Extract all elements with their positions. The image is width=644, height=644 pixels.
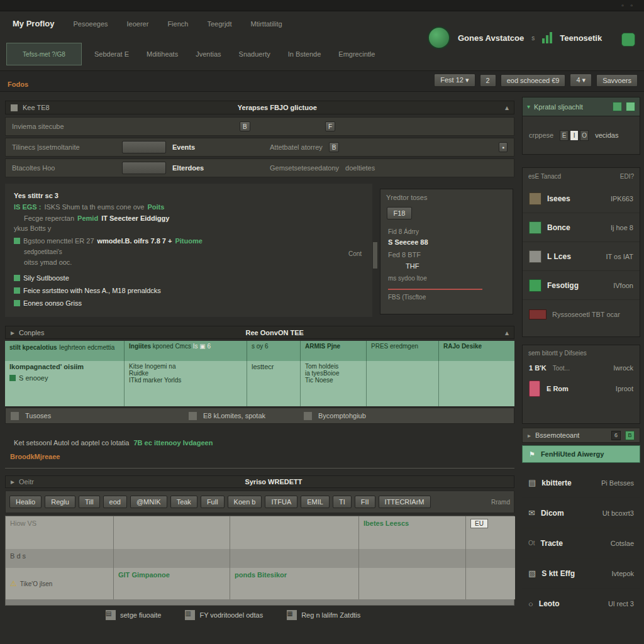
menu-item-1[interactable]: Pesoeeges <box>73 20 108 28</box>
fodos-link[interactable]: Fodos <box>8 80 28 88</box>
sidebar-list-item[interactable]: ✉ Dicom Ut bcoxrt3 <box>522 498 640 528</box>
th-ingiites[interactable]: Ingiites kponed Cmcs Is ▣ 6 <box>125 341 247 361</box>
th-armis[interactable]: ARMIS Pjne <box>301 341 367 361</box>
sidebar-list-item[interactable]: ▧ S ktt Effg Ivtepok <box>522 558 640 589</box>
stepper-o[interactable]: O <box>580 130 589 141</box>
panel3-row-1[interactable]: 1 B'K Toot... Iwrock <box>523 357 640 372</box>
nav-item-2[interactable]: Jventias <box>196 50 221 58</box>
syriso-btn-emil[interactable]: EMIL <box>301 496 330 508</box>
footer-bycom[interactable]: Bycomptohgiub <box>318 412 366 419</box>
stepper-e[interactable]: E <box>560 130 569 141</box>
sidebar-highlight-row[interactable]: ⚑ FenHiUted Aiwergy <box>522 445 640 463</box>
form-row1-btn2[interactable]: F <box>325 121 335 131</box>
menu-item-3[interactable]: Fiench <box>167 20 188 28</box>
th-soy[interactable]: s oy 6 <box>247 341 301 361</box>
syriso-btn-teak[interactable]: Teak <box>170 496 197 508</box>
eod-button[interactable]: eod schoeced €9 <box>501 74 566 87</box>
window-controls[interactable]: ▫ ▫ <box>621 2 635 9</box>
log-scrollbar[interactable] <box>372 242 378 269</box>
syriso-btn-full[interactable]: Full <box>201 496 225 508</box>
syriso-table-row-2[interactable]: B d s <box>6 549 515 568</box>
syriso-btn-eod[interactable]: eod <box>103 496 127 508</box>
app-green-icon[interactable] <box>621 33 635 47</box>
resource-row[interactable]: Bonce Ij hoe 8 <box>523 213 640 242</box>
syriso-btn-ti[interactable]: TI <box>333 496 352 508</box>
footer-action-3[interactable]: ▦ Reg n lalifm Zatdtis <box>287 610 360 620</box>
syriso-table-row-1[interactable]: Hiow VS Ibetes Leescs EU <box>6 516 515 549</box>
account-name[interactable]: Gones Avstatcoe <box>458 33 524 43</box>
form-row2-button[interactable] <box>122 141 166 153</box>
fest-dropdown[interactable]: Fest 12 ▾ <box>434 74 475 87</box>
footer-action-1[interactable]: ▤ setge fiuoaite <box>106 610 161 620</box>
form-row2-mini-button[interactable]: B <box>329 142 340 152</box>
syriso-table-row-3[interactable]: ⚠ Tike'O jlsen GIT Gimpaonoe ponds Bites… <box>6 568 515 599</box>
panel3-row-2[interactable]: E Rom Iproot <box>523 372 640 397</box>
syriso-table: Hiow VS Ibetes Leescs EU B d s ⚠ Tike'O … <box>5 516 514 606</box>
panel2-edit-link[interactable]: EDI? <box>620 173 634 180</box>
page-button[interactable]: 2 <box>480 74 496 87</box>
sidebar-list-item[interactable]: ▤ kbitterte Pi Betsses <box>522 468 640 498</box>
syriso-btn-fii[interactable]: FII <box>355 496 375 508</box>
syriso-rramd[interactable]: Rramd <box>491 499 510 506</box>
savvoers-button[interactable]: Savvoers <box>596 74 638 87</box>
footer-klomites[interactable]: E8 kLomites, spotak <box>203 412 297 419</box>
nav-item-5[interactable]: Emgrecintle <box>338 50 375 58</box>
panel1-stepper[interactable]: E I O <box>560 130 589 141</box>
panel1-title: Kpratal sljoachlt <box>534 103 583 111</box>
syriso-btn-reglu[interactable]: Reglu <box>45 496 75 508</box>
panel1-grid-icon[interactable] <box>613 102 622 111</box>
creator-f18-button[interactable]: F18 <box>387 207 412 219</box>
form-row2-end-icon[interactable]: ▪ <box>499 142 508 152</box>
menu-item-profile[interactable]: My Profloy <box>13 19 54 28</box>
resource-row[interactable]: Ryssoseoetl TBT ocar <box>523 300 640 329</box>
menu-item-4[interactable]: Teegrjdt <box>207 20 231 28</box>
num-dropdown[interactable]: 4 ▾ <box>570 74 592 87</box>
form-row3-button[interactable] <box>122 162 166 174</box>
syriso-btn-itfua[interactable]: ITFUA <box>265 496 297 508</box>
resource-row[interactable]: Fesotigg IVfoon <box>523 271 640 300</box>
sidebar-list-item[interactable]: Ot Tracte Cotslae <box>522 528 640 558</box>
th-spec[interactable]: stilt kpecalotius Ieghrteon edcmettia <box>5 341 125 361</box>
circle-icon: ○ <box>528 599 533 609</box>
conples-label[interactable]: Conples <box>19 329 44 336</box>
syriso-btn-ittecriarm[interactable]: ITTECRIArM <box>379 496 431 508</box>
menu-item-2[interactable]: Ieoerer <box>127 20 149 28</box>
syriso-btn-koenb[interactable]: Koen b <box>228 496 262 508</box>
report-tab-label[interactable]: Kee TE8 <box>23 104 50 111</box>
conples-collapse-icon[interactable]: ▴ <box>505 328 509 337</box>
syriso-btn-till[interactable]: Till <box>79 496 100 508</box>
th-rajo[interactable]: RAJo Desike <box>439 341 514 361</box>
resource-row[interactable]: L Lces IT os IAT <box>523 242 640 271</box>
panel1-box-icon[interactable] <box>626 102 635 111</box>
menu-item-5[interactable]: Mtirttatilitg <box>251 20 282 28</box>
syriso-btn-healio[interactable]: Healio <box>9 496 42 508</box>
footer-action-2[interactable]: ▥ FY vodritoodel odtas <box>185 610 263 620</box>
footer-tusoses[interactable]: Tusoses <box>25 412 182 419</box>
sidebar-tab[interactable]: ▸ Bssemoteoant 6 B <box>522 428 640 443</box>
report-collapse-icon[interactable]: ▴ <box>505 103 509 112</box>
resource-row[interactable]: Iseees IPK663 <box>523 184 640 213</box>
stats-bars-icon[interactable] <box>542 32 552 43</box>
nav-item-4[interactable]: In Bstende <box>288 50 321 58</box>
th-pres[interactable]: PRES eredmgen <box>367 341 439 361</box>
tab-count-badge[interactable]: 6 <box>611 431 621 440</box>
panel1-label2[interactable]: vecidas <box>595 131 618 139</box>
nav-item-0[interactable]: Sebderat E <box>94 50 129 58</box>
stepper-i[interactable]: I <box>570 130 579 141</box>
form-row1-btn1[interactable]: B <box>240 121 250 131</box>
syriso-chevron-icon[interactable]: ▸ <box>11 477 14 486</box>
nav-item-1[interactable]: Mditiheats <box>147 50 178 58</box>
nav-item-3[interactable]: Snaduerty <box>239 50 270 58</box>
syriso-label[interactable]: Oeitr <box>19 478 34 486</box>
conples-chevron-icon[interactable]: ▸ <box>11 328 14 337</box>
nav-badge[interactable]: Tefss-met ?/G8 <box>6 43 82 65</box>
account-logo-icon[interactable] <box>428 26 450 49</box>
syriso-btn-mnik[interactable]: @MNIK <box>130 496 167 508</box>
tab-green-badge[interactable]: B <box>625 431 635 440</box>
conples-table-row[interactable]: Ikompagnacted' oisiim S enooey Kitse Ino… <box>5 361 514 406</box>
account-org[interactable]: Teenosetik <box>560 33 602 43</box>
notice-link[interactable]: BroodkMjreaee <box>10 453 60 460</box>
sidebar-list-item[interactable]: ○ Leoto Ul rect 3 <box>522 589 640 619</box>
r1c5-eu-button[interactable]: EU <box>470 519 488 528</box>
form-row3-text1: Gemsetseteseedatony <box>270 164 339 172</box>
